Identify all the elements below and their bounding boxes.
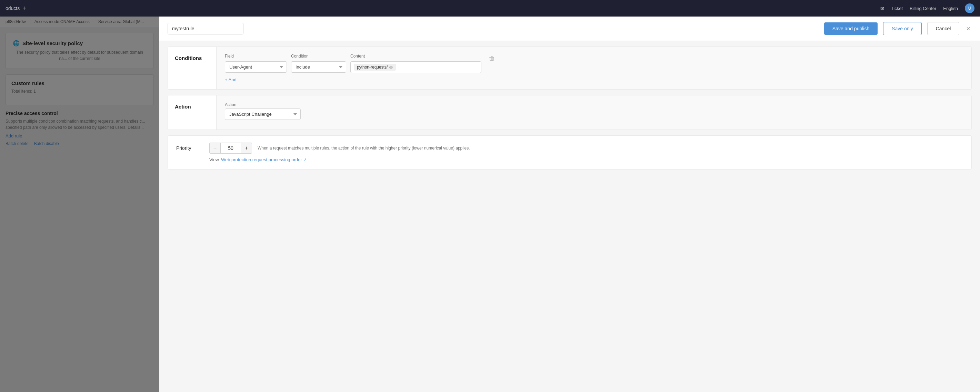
nav-right: ✉ Ticket Billing Center English U	[880, 3, 974, 13]
language-selector[interactable]: English	[943, 6, 958, 11]
billing-center-link[interactable]: Billing Center	[910, 6, 936, 11]
mail-icon[interactable]: ✉	[880, 6, 884, 11]
ticket-link[interactable]: Ticket	[891, 6, 903, 11]
add-tab-btn[interactable]: +	[22, 5, 26, 12]
nav-left: oducts +	[6, 5, 26, 12]
products-label[interactable]: oducts	[6, 5, 20, 11]
user-avatar[interactable]: U	[965, 3, 974, 13]
top-nav: oducts + ✉ Ticket Billing Center English…	[0, 0, 980, 16]
